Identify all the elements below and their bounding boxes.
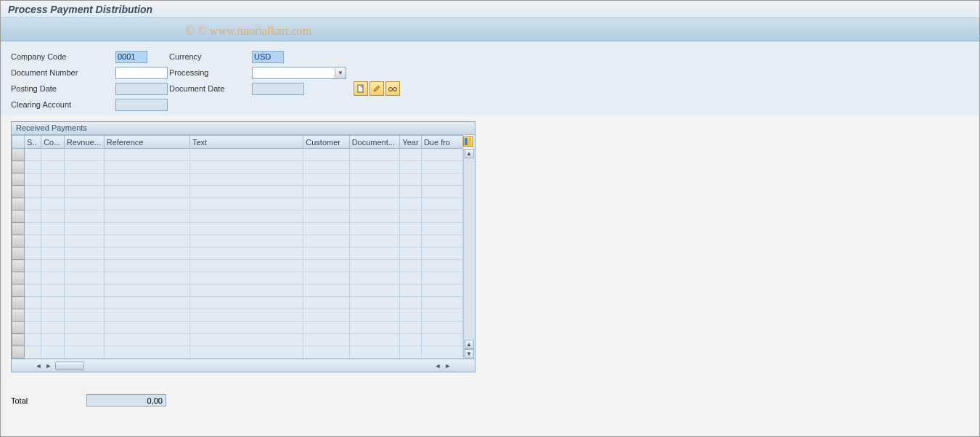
clearing-account-input[interactable] (115, 99, 168, 111)
cell[interactable] (400, 334, 422, 346)
table-row[interactable] (12, 248, 463, 260)
cell[interactable] (64, 161, 104, 173)
cell[interactable] (41, 322, 65, 334)
row-selector[interactable] (12, 346, 25, 359)
table-row[interactable] (12, 260, 463, 272)
row-selector[interactable] (12, 173, 25, 186)
cell[interactable] (303, 211, 349, 223)
cell[interactable] (104, 346, 189, 359)
cell[interactable] (189, 322, 303, 334)
row-selector[interactable] (12, 248, 25, 260)
table-row[interactable] (12, 149, 463, 161)
cell[interactable] (400, 346, 422, 359)
cell[interactable] (400, 322, 422, 334)
cell[interactable] (421, 161, 462, 173)
row-selector[interactable] (12, 161, 25, 173)
cell[interactable] (64, 346, 104, 359)
cell[interactable] (400, 297, 422, 309)
cell[interactable] (303, 198, 349, 211)
cell[interactable] (400, 149, 422, 161)
col-header-1[interactable]: Co... (41, 136, 65, 149)
col-header-0[interactable]: S.. (24, 136, 41, 149)
scroll-up-button[interactable]: ▲ (465, 149, 474, 158)
cell[interactable] (349, 297, 400, 309)
cell[interactable] (24, 235, 41, 248)
cell[interactable] (104, 297, 189, 309)
cell[interactable] (400, 211, 422, 223)
document-number-input[interactable] (115, 67, 168, 79)
cell[interactable] (349, 186, 400, 198)
table-row[interactable] (12, 186, 463, 198)
cell[interactable] (303, 285, 349, 297)
scroll-right-end-button[interactable]: ► (443, 361, 453, 371)
cell[interactable] (189, 235, 303, 248)
cell[interactable] (24, 272, 41, 285)
edit-button[interactable] (369, 81, 384, 96)
cell[interactable] (41, 285, 65, 297)
cell[interactable] (421, 297, 462, 309)
cell[interactable] (64, 285, 104, 297)
cell[interactable] (24, 309, 41, 322)
cell[interactable] (41, 235, 65, 248)
cell[interactable] (104, 260, 189, 272)
cell[interactable] (104, 309, 189, 322)
cell[interactable] (349, 260, 400, 272)
cell[interactable] (400, 186, 422, 198)
cell[interactable] (303, 260, 349, 272)
cell[interactable] (64, 309, 104, 322)
cell[interactable] (189, 309, 303, 322)
processing-dropdown[interactable]: ▼ (252, 67, 346, 79)
vertical-scrollbar[interactable]: ▲ ▲ ▼ (463, 149, 474, 359)
cell[interactable] (189, 223, 303, 235)
col-header-5[interactable]: Customer (303, 136, 349, 149)
cell[interactable] (189, 211, 303, 223)
cell[interactable] (349, 211, 400, 223)
cell[interactable] (349, 198, 400, 211)
row-selector[interactable] (12, 334, 25, 346)
table-row[interactable] (12, 211, 463, 223)
cell[interactable] (303, 297, 349, 309)
cell[interactable] (400, 161, 422, 173)
cell[interactable] (41, 334, 65, 346)
table-settings-button[interactable] (463, 136, 473, 147)
cell[interactable] (104, 235, 189, 248)
cell[interactable] (303, 309, 349, 322)
row-selector[interactable] (12, 322, 25, 334)
cell[interactable] (64, 272, 104, 285)
cell[interactable] (104, 173, 189, 186)
cell[interactable] (24, 223, 41, 235)
cell[interactable] (421, 235, 462, 248)
cell[interactable] (303, 235, 349, 248)
row-selector[interactable] (12, 297, 25, 309)
cell[interactable] (303, 149, 349, 161)
cell[interactable] (41, 149, 65, 161)
cell[interactable] (189, 272, 303, 285)
table-row[interactable] (12, 297, 463, 309)
cell[interactable] (104, 223, 189, 235)
cell[interactable] (349, 272, 400, 285)
cell[interactable] (189, 161, 303, 173)
cell[interactable] (349, 248, 400, 260)
scroll-right-button[interactable]: ► (44, 361, 54, 371)
cell[interactable] (189, 173, 303, 186)
table-row[interactable] (12, 272, 463, 285)
cell[interactable] (64, 173, 104, 186)
cell[interactable] (421, 346, 462, 359)
cell[interactable] (421, 248, 462, 260)
cell[interactable] (104, 149, 189, 161)
cell[interactable] (421, 198, 462, 211)
cell[interactable] (189, 297, 303, 309)
cell[interactable] (41, 309, 65, 322)
cell[interactable] (303, 346, 349, 359)
cell[interactable] (421, 186, 462, 198)
row-selector[interactable] (12, 223, 25, 235)
row-selector[interactable] (12, 198, 25, 211)
cell[interactable] (421, 334, 462, 346)
cell[interactable] (24, 173, 41, 186)
col-header-8[interactable]: Due fro (421, 136, 462, 149)
cell[interactable] (24, 260, 41, 272)
cell[interactable] (24, 322, 41, 334)
cell[interactable] (104, 334, 189, 346)
cell[interactable] (64, 248, 104, 260)
table-row[interactable] (12, 161, 463, 173)
